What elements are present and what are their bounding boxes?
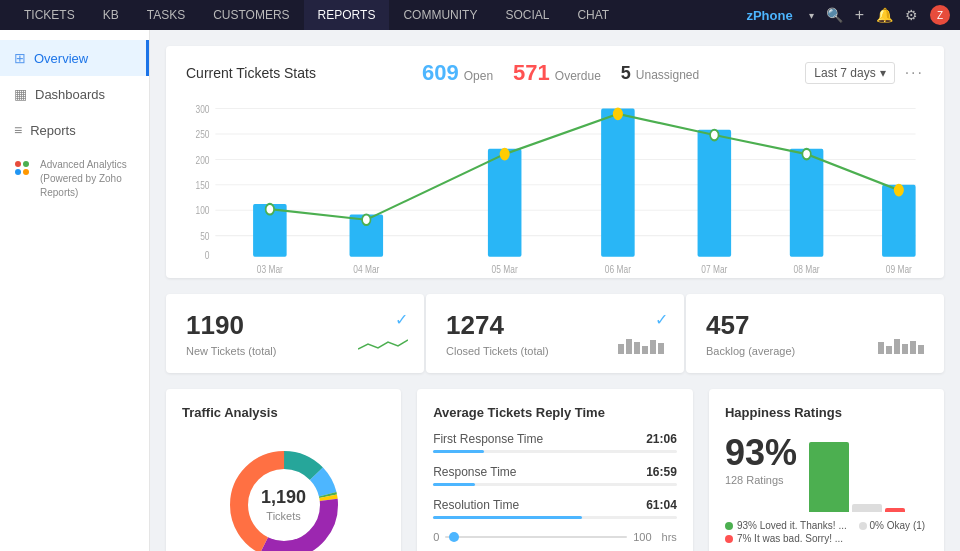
sidebar-label-dashboards: Dashboards — [35, 87, 105, 102]
new-tickets-sparkline — [358, 334, 408, 357]
svg-text:04 Mar: 04 Mar — [353, 263, 380, 275]
overdue-count: 571 — [513, 60, 550, 86]
date-filter[interactable]: Last 7 days ▾ — [805, 62, 894, 84]
hleg-okay-text: 0% Okay (1) — [870, 520, 926, 531]
sidebar-item-reports[interactable]: ≡ Reports — [0, 112, 149, 148]
svg-point-29 — [802, 149, 810, 160]
slider-max: 100 — [633, 531, 651, 543]
brand-name[interactable]: zPhone — [746, 8, 792, 23]
donut-sublabel: Tickets — [266, 510, 300, 522]
overview-icon: ⊞ — [14, 50, 26, 66]
nav-reports[interactable]: REPORTS — [304, 0, 390, 30]
slider-min: 0 — [433, 531, 439, 543]
svg-point-30 — [895, 185, 903, 196]
svg-rect-19 — [488, 149, 522, 257]
happiness-bars — [809, 432, 905, 512]
happiness-pct-block: 93% 128 Ratings — [725, 432, 797, 494]
donut-chart: 1,190 Tickets — [219, 440, 349, 551]
happiness-top: 93% 128 Ratings — [725, 432, 928, 520]
slider-track[interactable] — [445, 536, 627, 538]
svg-text:09 Mar: 09 Mar — [886, 263, 913, 275]
svg-rect-48 — [910, 341, 916, 354]
search-icon[interactable]: 🔍 — [826, 7, 843, 23]
open-count: 609 — [422, 60, 459, 86]
svg-text:150: 150 — [195, 179, 209, 191]
sidebar-item-advanced[interactable]: Advanced Analytics (Powered by Zoho Repo… — [0, 148, 149, 210]
happiness-legend: 93% Loved it. Thanks! ... 0% Okay (1) 7%… — [725, 520, 928, 544]
stats-header: Current Tickets Stats 609 Open 571 Overd… — [186, 60, 924, 86]
sidebar-label-overview: Overview — [34, 51, 88, 66]
nav-social[interactable]: SOCIAL — [491, 0, 563, 30]
user-avatar[interactable]: Z — [930, 5, 950, 25]
happiness-card: Happiness Ratings 93% 128 Ratings — [709, 389, 944, 551]
closed-tickets-check-icon: ✓ — [655, 310, 668, 329]
svg-rect-22 — [790, 149, 824, 257]
unassigned-label: Unassigned — [636, 68, 699, 82]
advanced-label: Advanced Analytics — [40, 158, 135, 172]
hbar-2 — [852, 504, 882, 512]
response-time-bar-bg — [433, 483, 677, 486]
metric-new-tickets: 1190 New Tickets (total) ✓ — [166, 294, 424, 373]
nav-tickets[interactable]: TICKETS — [10, 0, 89, 30]
svg-text:08 Mar: 08 Mar — [794, 263, 821, 275]
open-stat: 609 Open — [422, 60, 493, 86]
first-response-label: First Response Time — [433, 432, 543, 446]
first-response-bar-bg — [433, 450, 677, 453]
advanced-icon — [14, 160, 32, 181]
overdue-stat: 571 Overdue — [513, 60, 601, 86]
open-label: Open — [464, 69, 493, 83]
hleg-okay-dot-inline: 0% Okay (1) — [859, 520, 925, 531]
reply-time-card: Average Tickets Reply Time First Respons… — [417, 389, 693, 551]
top-navigation: TICKETS KB TASKS CUSTOMERS REPORTS COMMU… — [0, 0, 960, 30]
svg-rect-41 — [642, 346, 648, 354]
metrics-row: 1190 New Tickets (total) ✓ 1274 Closed T… — [166, 294, 944, 373]
bottom-row: Traffic Analysis — [166, 389, 944, 551]
sidebar-label-reports: Reports — [30, 123, 76, 138]
slider-handle[interactable] — [449, 532, 459, 542]
nav-community[interactable]: COMMUNITY — [389, 0, 491, 30]
hleg-loved-dot — [725, 522, 733, 530]
svg-rect-21 — [698, 130, 732, 257]
svg-point-25 — [362, 214, 370, 225]
hleg-bad-text: 7% It was bad. Sorry! ... — [737, 533, 843, 544]
notification-icon[interactable]: 🔔 — [876, 7, 893, 23]
plus-icon[interactable]: + — [855, 6, 864, 24]
first-response-value: 21:06 — [646, 432, 677, 446]
stats-right: Last 7 days ▾ ··· — [805, 62, 924, 84]
svg-text:07 Mar: 07 Mar — [701, 263, 728, 275]
nav-tasks[interactable]: TASKS — [133, 0, 199, 30]
date-filter-chevron: ▾ — [880, 66, 886, 80]
svg-rect-45 — [886, 346, 892, 354]
main-content: Current Tickets Stats 609 Open 571 Overd… — [150, 30, 960, 551]
settings-icon[interactable]: ⚙ — [905, 7, 918, 23]
first-response-header: First Response Time 21:06 — [433, 432, 677, 446]
donut-total: 1,190 — [261, 487, 306, 508]
more-options-button[interactable]: ··· — [905, 64, 924, 82]
nav-menu: TICKETS KB TASKS CUSTOMERS REPORTS COMMU… — [10, 0, 746, 30]
sidebar-item-overview[interactable]: ⊞ Overview — [0, 40, 149, 76]
resolution-time-value: 61:04 — [646, 498, 677, 512]
svg-point-0 — [15, 161, 21, 167]
dashboards-icon: ▦ — [14, 86, 27, 102]
backlog-sparkline — [878, 334, 928, 357]
svg-rect-42 — [650, 340, 656, 354]
resolution-time-metric: Resolution Time 61:04 — [433, 498, 677, 519]
nav-right-actions: zPhone ▾ 🔍 + 🔔 ⚙ Z — [746, 5, 950, 25]
brand-chevron: ▾ — [809, 10, 814, 21]
nav-kb[interactable]: KB — [89, 0, 133, 30]
unassigned-stat: 5 Unassigned — [621, 63, 699, 84]
date-filter-label: Last 7 days — [814, 66, 875, 80]
happiness-pct: 93% — [725, 432, 797, 474]
hleg-loved-text: 93% Loved it. Thanks! ... — [737, 520, 847, 531]
sidebar-item-dashboards[interactable]: ▦ Dashboards — [0, 76, 149, 112]
nav-customers[interactable]: CUSTOMERS — [199, 0, 303, 30]
svg-rect-49 — [918, 345, 924, 354]
svg-text:06 Mar: 06 Mar — [605, 263, 632, 275]
svg-text:100: 100 — [195, 204, 209, 216]
donut-wrapper: 1,190 Tickets Web (99) Forums (8) — [182, 432, 385, 551]
first-response-bar — [433, 450, 484, 453]
closed-tickets-sparkline — [618, 334, 668, 357]
nav-chat[interactable]: CHAT — [563, 0, 623, 30]
svg-rect-43 — [658, 343, 664, 354]
app-layout: ⊞ Overview ▦ Dashboards ≡ Reports Advanc… — [0, 30, 960, 551]
